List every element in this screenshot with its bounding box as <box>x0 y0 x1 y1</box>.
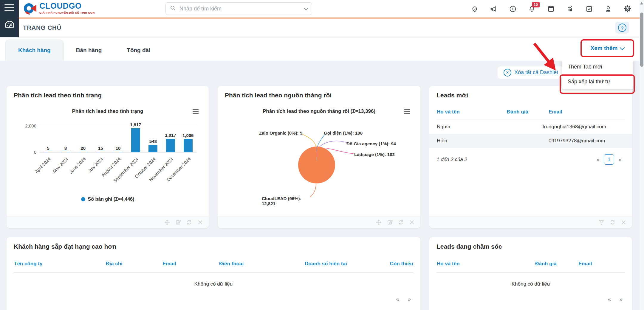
refresh-icon[interactable] <box>609 219 616 225</box>
empty-message: Không có dữ liệu <box>7 281 420 287</box>
edit-icon[interactable] <box>387 219 393 225</box>
bar[interactable] <box>148 145 157 152</box>
filter-icon[interactable] <box>598 219 605 225</box>
cloudgo-logo[interactable]: CLOUDGO GIẢI PHÁP CHUYỂN ĐỔI SỐ TINH GỌN <box>23 1 95 17</box>
scrollbar[interactable] <box>640 0 644 310</box>
close-icon[interactable] <box>197 219 203 225</box>
pie-label-goi-dien: Gọi điện (1%): 108 <box>324 130 363 135</box>
dashboard-icon[interactable] <box>4 19 15 32</box>
topbar: CLOUDGO GIẢI PHÁP CHUYỂN ĐỔI SỐ TINH GỌN… <box>0 0 644 18</box>
cell-email: 0919793278@gmail.com <box>549 138 605 144</box>
col-header-email[interactable]: Email <box>162 261 176 267</box>
megaphone-icon[interactable] <box>490 5 498 13</box>
menu-item-sap-xep-lai[interactable]: Sắp xếp lại thứ tự <box>562 74 633 89</box>
chart-title: Phân tích lead theo nguồn tháng rồi (Σ=1… <box>218 108 420 114</box>
x-axis-label: June 2024 <box>49 156 87 194</box>
cell-email: trungnghia1368@gmail.com <box>543 124 606 130</box>
col-header-revenue[interactable]: Doanh số hiện tại <box>305 261 347 267</box>
bar[interactable] <box>79 152 88 152</box>
col-header-rating[interactable]: Đánh giá <box>507 109 528 115</box>
col-header-company[interactable]: Tên công ty <box>14 261 42 267</box>
tab-khach-hang[interactable]: Khách hàng <box>5 40 64 61</box>
x-axis-label: April 2024 <box>14 156 52 194</box>
close-icon[interactable] <box>620 219 627 225</box>
global-search[interactable] <box>165 2 312 15</box>
col-header-email[interactable]: Email <box>549 109 562 115</box>
menu-item-them-tab-moi[interactable]: Thêm Tab mới <box>562 61 633 74</box>
move-icon[interactable] <box>164 219 170 225</box>
pagination: « » <box>396 296 411 303</box>
page-next-button[interactable]: » <box>618 156 622 163</box>
table-row[interactable]: Hiền 0919793278@gmail.com <box>429 134 632 148</box>
settings-icon[interactable] <box>623 5 631 13</box>
bar[interactable] <box>44 152 52 152</box>
bar[interactable] <box>96 152 105 152</box>
bar[interactable] <box>114 152 123 152</box>
dashlet-leads-cham-soc: Leads đang chăm sóc Họ và tên Đánh giá E… <box>429 237 632 310</box>
table-row[interactable]: Nghĩa trungnghia1368@gmail.com <box>429 120 632 134</box>
search-icon <box>170 5 176 12</box>
chart-context-menu-icon[interactable] <box>193 109 199 114</box>
chart-legend[interactable]: Số bản ghi (Σ=4,446) <box>7 197 209 202</box>
col-header-remaining[interactable]: Còn thiếu <box>390 261 413 267</box>
col-header-name[interactable]: Họ và tên <box>437 261 460 267</box>
search-input[interactable] <box>179 5 301 12</box>
dashlet-customers-upgrade: Khách hàng sắp đạt hạng cao hơn Tên công… <box>7 237 420 310</box>
refresh-icon[interactable] <box>398 219 404 225</box>
pie-label-ladipage: Ladipage (1%): 102 <box>354 152 395 157</box>
move-icon[interactable] <box>376 219 382 225</box>
col-header-address[interactable]: Địa chỉ <box>106 261 123 267</box>
svg-text:?: ? <box>474 7 476 10</box>
page-next-button[interactable]: » <box>408 296 411 303</box>
col-header-name[interactable]: Họ và tên <box>437 109 460 115</box>
page-prev-button[interactable]: « <box>608 296 611 303</box>
dashlet-footer <box>7 216 209 228</box>
chart-context-menu-icon[interactable] <box>404 109 410 114</box>
topbar-icon-row: ? 10 <box>470 0 631 18</box>
page-prev-button[interactable]: « <box>597 156 600 163</box>
tab-tong-dai[interactable]: Tổng đài <box>114 40 163 61</box>
close-icon[interactable] <box>409 219 415 225</box>
col-header-rating[interactable]: Đánh giá <box>535 261 557 267</box>
edit-icon[interactable] <box>175 219 181 225</box>
x-axis-label: December 2024 <box>154 156 192 194</box>
analytics-icon[interactable] <box>566 5 574 13</box>
page-number-button[interactable]: 1 <box>604 154 614 165</box>
page-prev-button[interactable]: « <box>396 296 400 303</box>
location-help-icon[interactable]: ? <box>470 5 479 13</box>
annotation-box-xem-them: Xem thêm <box>580 39 634 57</box>
more-button[interactable]: Xem thêm <box>591 45 624 52</box>
bar[interactable] <box>184 139 193 152</box>
notifications-icon[interactable]: 10 <box>528 5 536 13</box>
chart-title: Phân tích lead theo tình trạng <box>7 108 209 114</box>
bar[interactable] <box>166 139 175 152</box>
dashlet-lead-source: Phân tích lead theo nguồn tháng rồi Phân… <box>218 86 420 228</box>
bar[interactable] <box>61 152 70 152</box>
scrollbar-up-arrow[interactable] <box>640 2 643 4</box>
cloudgo-logo-icon <box>23 1 37 17</box>
empty-message: Không có dữ liệu <box>429 281 632 287</box>
search-chevron-down-icon[interactable] <box>304 6 309 10</box>
col-header-phone[interactable]: Điện thoại <box>219 261 244 267</box>
tab-ban-hang[interactable]: Bán hàng <box>64 40 114 61</box>
clear-all-dashlets-button[interactable]: ✕ Xóa tất cả Dashlet <box>498 66 564 79</box>
cell-name: Hiền <box>437 138 447 144</box>
x-axis-label: November 2024 <box>137 156 174 194</box>
dashlet-lead-status: Phân tích lead theo tình trạng Phân tích… <box>7 86 209 228</box>
bar[interactable] <box>131 128 140 152</box>
scrollbar-thumb[interactable] <box>640 13 643 67</box>
help-icon: ? <box>618 24 626 32</box>
refresh-icon[interactable] <box>186 219 192 225</box>
profile-icon[interactable] <box>604 5 612 13</box>
page-next-button[interactable]: » <box>619 296 623 303</box>
pie-chart[interactable] <box>298 147 335 183</box>
tasks-icon[interactable] <box>585 5 593 13</box>
calendar-icon[interactable] <box>547 5 555 13</box>
y-tick-0: 0 <box>13 149 36 155</box>
col-header-email[interactable]: Email <box>578 261 592 267</box>
tab-row: Khách hàng Bán hàng Tổng đài Xem thêm <box>0 38 644 61</box>
pie-label-zalo: Zalo Organic (0%): 5 <box>236 130 302 135</box>
help-button[interactable]: ? <box>615 22 629 34</box>
menu-hamburger-icon[interactable] <box>4 4 14 11</box>
add-icon[interactable] <box>509 5 517 13</box>
